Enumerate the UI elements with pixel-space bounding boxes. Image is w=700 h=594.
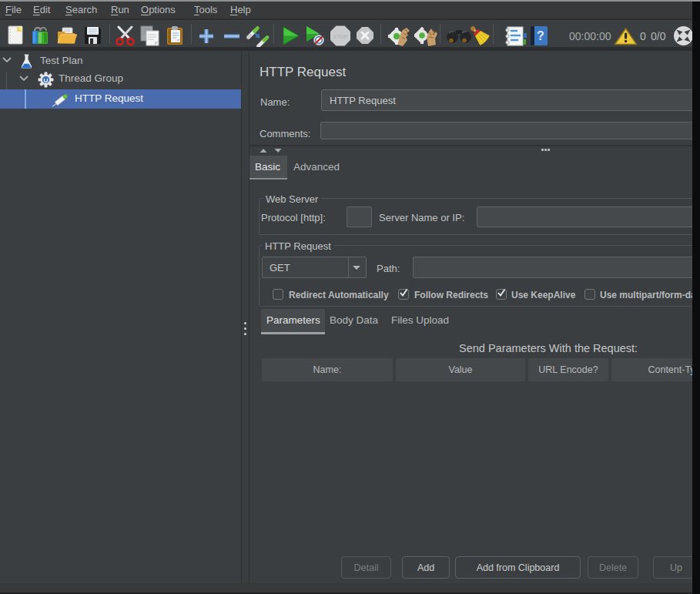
svg-text:?: ?: [537, 29, 544, 42]
svg-text:STOP: STOP: [333, 34, 348, 39]
